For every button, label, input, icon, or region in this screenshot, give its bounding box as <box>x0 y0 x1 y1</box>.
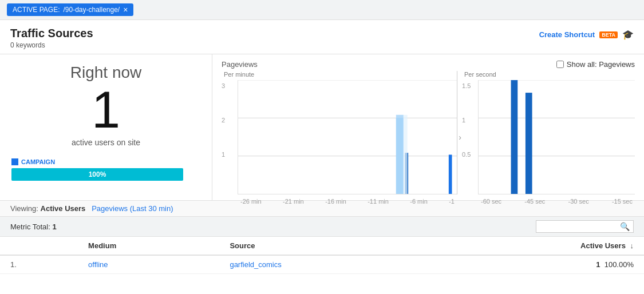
y-label-1: 1 <box>222 151 236 158</box>
progress-percent: 100% <box>89 170 106 178</box>
per-second-label: Per second <box>462 71 635 78</box>
top-bar: ACTIVE PAGE: /90-day-challenge/ × <box>0 0 644 20</box>
close-icon[interactable]: × <box>123 6 128 14</box>
medium-link[interactable]: offline <box>88 260 108 269</box>
charts-top: Pageviews Show all: Pageviews <box>222 60 635 69</box>
pageviews-link[interactable]: Pageviews (Last 30 min) <box>92 204 173 213</box>
show-all-section: Show all: Pageviews <box>556 60 635 69</box>
table-row: 1. offline garfield_comics 1 100.00% <box>0 255 644 274</box>
search-icon: 🔍 <box>620 222 630 231</box>
progress-bar-container: 100% <box>11 168 183 181</box>
metric-bar: Metric Total: 1 🔍 <box>0 217 644 237</box>
keywords-count: 0 keywords <box>10 41 93 49</box>
x-label-30sec: -30 sec <box>568 198 589 205</box>
viewing-label: Viewing: <box>10 204 38 213</box>
per-minute-chart: Per minute 3 2 1 0 <box>222 71 457 194</box>
y-label-1.0: 1 <box>462 117 477 124</box>
row-source: garfield_comics <box>219 255 429 274</box>
search-box: 🔍 <box>536 220 634 233</box>
per-second-chart: Per second 1.5 1 0.5 0 <box>457 71 635 194</box>
row-number: 1. <box>0 255 78 274</box>
data-table: Medium Source Active Users ↓ 1. offline … <box>0 237 644 274</box>
x-label-60sec: -60 sec <box>481 198 501 205</box>
x-label-11: -11 min <box>368 198 389 205</box>
x-label-16: -16 min <box>325 198 346 205</box>
source-link[interactable]: garfield_comics <box>230 260 281 269</box>
beta-badge: BETA <box>599 31 618 38</box>
per-second-y-labels: 1.5 1 0.5 0 <box>462 80 477 194</box>
y-label-0.5: 0.5 <box>462 151 477 158</box>
table-header-row: Medium Source Active Users ↓ <box>0 237 644 255</box>
y-label-3: 3 <box>222 82 236 89</box>
x-label-45sec: -45 sec <box>524 198 545 205</box>
col-header-active-users: Active Users ↓ <box>429 237 644 255</box>
sort-icon: ↓ <box>630 241 634 250</box>
page-title: Traffic Sources <box>10 27 93 40</box>
col-header-medium-label: Medium <box>78 237 219 255</box>
active-users-label: active users on site <box>11 138 200 147</box>
per-minute-chart-wrapper: 3 2 1 0 <box>222 80 457 194</box>
main-content: Right now 1 active users on site CAMPAIG… <box>0 54 644 200</box>
campaign-label: CAMPAIGN <box>11 158 200 165</box>
x-label-21: -21 min <box>283 198 304 205</box>
svg-rect-11 <box>511 80 518 194</box>
svg-rect-12 <box>526 93 532 194</box>
per-minute-label: Per minute <box>222 71 457 78</box>
search-input[interactable] <box>540 223 620 231</box>
y-label-2: 2 <box>222 117 236 124</box>
active-users-link[interactable]: Active Users <box>41 204 86 213</box>
active-page-path: /90-day-challenge/ <box>63 6 120 14</box>
charts-container: Per minute 3 2 1 0 <box>222 71 635 194</box>
col-header-medium <box>0 237 78 255</box>
active-page-label: ACTIVE PAGE: <box>13 6 60 14</box>
campaign-text: CAMPAIGN <box>21 158 55 165</box>
per-second-svg <box>479 80 635 194</box>
row-medium: offline <box>78 255 219 274</box>
col-header-source: Source <box>219 237 429 255</box>
pageviews-title: Pageviews <box>222 60 258 69</box>
x-label-6: -6 min <box>410 198 428 205</box>
charts-area: Pageviews Show all: Pageviews Per minute… <box>212 54 644 200</box>
show-all-checkbox[interactable] <box>556 61 564 68</box>
header-left: Traffic Sources 0 keywords <box>10 27 93 49</box>
per-second-chart-inner: -60 sec -45 sec -30 sec -15 sec <box>478 80 635 194</box>
create-shortcut-button[interactable]: Create Shortcut <box>539 30 595 39</box>
campaign-section: CAMPAIGN 100% <box>11 158 200 181</box>
active-page-tag: ACTIVE PAGE: /90-day-challenge/ × <box>7 3 133 16</box>
per-minute-svg <box>238 80 457 194</box>
per-minute-y-labels: 3 2 1 0 <box>222 80 236 194</box>
svg-rect-7 <box>449 154 452 194</box>
x-label-15sec: -15 sec <box>612 198 633 205</box>
per-second-chart-wrapper: 1.5 1 0.5 0 <box>462 80 635 194</box>
graduation-icon: 🎓 <box>622 29 634 40</box>
y-label-1.5: 1.5 <box>462 82 477 89</box>
active-users-count: 1 <box>11 84 200 136</box>
campaign-color-square <box>11 158 18 165</box>
header: Traffic Sources 0 keywords Create Shortc… <box>0 20 644 54</box>
svg-rect-6 <box>396 115 404 194</box>
row-active-users: 1 100.00% <box>429 255 644 274</box>
x-label-26: -26 min <box>240 198 262 205</box>
right-now-label: Right now <box>11 63 200 82</box>
chart-arrow-icon: › <box>459 133 461 142</box>
per-minute-chart-inner: -26 min -21 min -16 min -11 min -6 min -… <box>238 80 457 194</box>
progress-bar-fill: 100% <box>11 168 183 181</box>
header-right: Create Shortcut BETA 🎓 <box>539 29 634 40</box>
metric-total-label: Metric Total: 1 <box>10 223 57 231</box>
metric-total-value: 1 <box>52 223 56 231</box>
show-all-label: Show all: Pageviews <box>567 60 635 69</box>
right-now-section: Right now 1 active users on site <box>11 63 200 147</box>
left-panel: Right now 1 active users on site CAMPAIG… <box>0 54 212 200</box>
x-label-1: -1 <box>449 198 455 205</box>
